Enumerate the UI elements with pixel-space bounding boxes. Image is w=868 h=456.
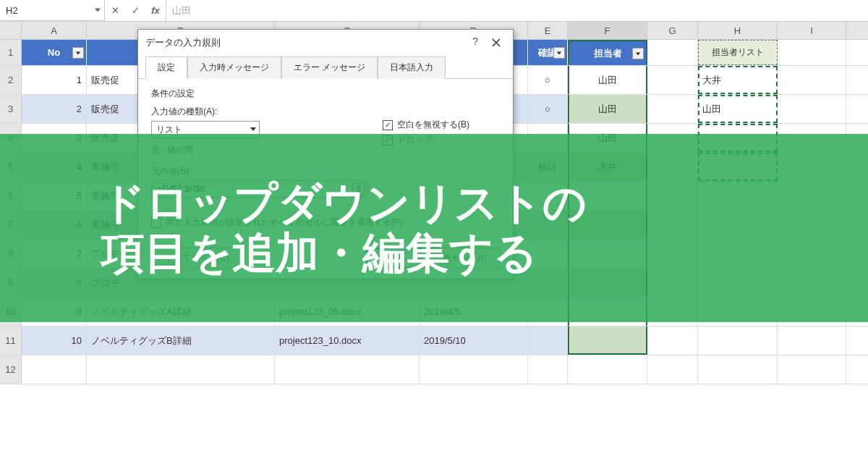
cell[interactable] — [420, 355, 528, 384]
cell[interactable]: ○ — [528, 66, 568, 94]
cell[interactable]: ○ — [528, 95, 568, 123]
headline-overlay: ドロップダウンリストの 項目を追加・編集する — [0, 134, 868, 322]
column-header[interactable]: E — [528, 22, 568, 39]
cancel-icon[interactable]: ✕ — [105, 1, 125, 21]
cell[interactable] — [647, 40, 698, 65]
row-header[interactable]: 2 — [0, 66, 22, 94]
cell[interactable]: 2 — [22, 95, 87, 123]
column-header[interactable]: H — [698, 22, 778, 39]
assignee-cell[interactable]: 山田 — [568, 95, 647, 123]
dialog-titlebar[interactable]: データの入力規則 ? — [138, 30, 513, 56]
cell[interactable]: ノベルティグッズB詳細 — [87, 326, 275, 355]
cell[interactable] — [275, 355, 420, 384]
list-item-cell[interactable]: 大井 — [698, 66, 778, 94]
cell[interactable] — [528, 326, 568, 355]
enter-icon[interactable]: ✓ — [125, 1, 145, 21]
formula-input[interactable]: 山田 — [166, 0, 868, 21]
formula-controls: ✕ ✓ fx — [105, 0, 166, 21]
section-title: 条件の設定 — [151, 88, 500, 100]
assignee-cell[interactable]: 山田 — [568, 66, 647, 94]
grid-row: 12 — [0, 355, 868, 384]
column-header[interactable]: F — [568, 22, 647, 39]
dialog-tabs: 設定 入力時メッセージ エラー メッセージ 日本語入力 — [138, 56, 513, 78]
row-header[interactable]: 11 — [0, 326, 22, 355]
headline-line2: 項目を追加・編集する — [101, 228, 868, 278]
allow-label: 入力値の種類(A): — [151, 106, 368, 118]
cell[interactable] — [778, 355, 846, 384]
ignore-blank-checkbox[interactable]: ✓空白を無視する(B) — [383, 119, 500, 131]
name-box-value: H2 — [6, 5, 18, 16]
table-row: 11 10 ノベルティグッズB詳細 project123_10.docx 201… — [0, 326, 868, 355]
cell[interactable] — [698, 355, 778, 384]
assignee-cell[interactable] — [568, 326, 647, 355]
cell[interactable] — [778, 66, 846, 94]
cell[interactable]: 2019/5/10 — [420, 326, 528, 355]
filter-icon[interactable] — [553, 47, 565, 59]
row-header[interactable]: 1 — [0, 40, 22, 65]
select-all-corner[interactable] — [0, 22, 22, 39]
list-item-cell[interactable]: 山田 — [698, 95, 778, 123]
help-icon[interactable]: ? — [472, 35, 478, 47]
cell[interactable] — [698, 326, 778, 355]
cell[interactable] — [528, 355, 568, 384]
cell[interactable] — [568, 355, 647, 384]
cell[interactable] — [22, 355, 87, 384]
chevron-down-icon[interactable] — [94, 5, 101, 16]
tab-error-alert[interactable]: エラー メッセージ — [281, 56, 378, 79]
column-header[interactable]: G — [647, 22, 698, 39]
cell[interactable] — [647, 95, 698, 123]
list-title-cell[interactable]: 担当者リスト — [698, 40, 778, 65]
filter-icon[interactable] — [72, 47, 84, 59]
cell[interactable]: 10 — [22, 326, 87, 355]
col-assignee-header[interactable]: 担当者 — [568, 40, 647, 65]
cell[interactable]: 1 — [22, 66, 87, 94]
col-no-header[interactable]: No — [22, 40, 87, 65]
cell[interactable] — [647, 355, 698, 384]
cell[interactable] — [87, 355, 275, 384]
close-icon[interactable] — [487, 34, 506, 51]
column-header[interactable]: I — [778, 22, 846, 39]
col-confirm-header[interactable]: 確認 — [528, 40, 568, 65]
cell[interactable] — [647, 66, 698, 94]
chevron-down-icon[interactable] — [250, 124, 257, 135]
filter-icon[interactable] — [632, 48, 644, 59]
name-box[interactable]: H2 — [0, 0, 105, 21]
cell[interactable]: project123_10.docx — [275, 326, 420, 355]
checkbox-icon: ✓ — [383, 120, 393, 130]
dialog-title: データの入力規則 — [145, 36, 221, 49]
tab-input-message[interactable]: 入力時メッセージ — [187, 56, 281, 79]
cell[interactable] — [778, 40, 846, 65]
fx-icon[interactable]: fx — [145, 1, 166, 21]
column-header[interactable]: A — [22, 22, 87, 39]
headline-line1: ドロップダウンリストの — [101, 178, 868, 228]
row-header[interactable]: 12 — [0, 355, 22, 384]
formula-value: 山田 — [172, 4, 191, 17]
tab-settings[interactable]: 設定 — [145, 56, 187, 79]
tab-ime[interactable]: 日本語入力 — [378, 56, 446, 79]
row-header[interactable]: 3 — [0, 95, 22, 123]
cell[interactable] — [778, 95, 846, 123]
cell[interactable] — [778, 326, 846, 355]
formula-bar: H2 ✕ ✓ fx 山田 — [0, 0, 868, 22]
cell[interactable] — [647, 326, 698, 355]
